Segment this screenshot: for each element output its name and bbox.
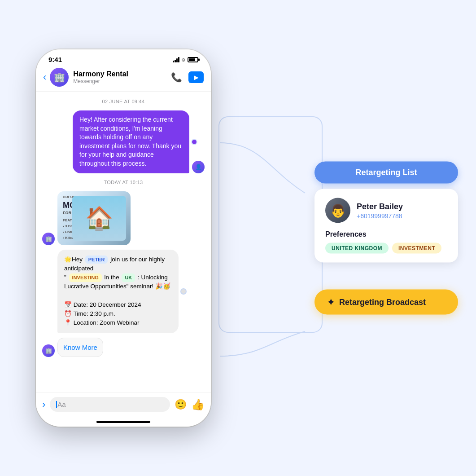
peter-tag: PETER <box>85 256 108 264</box>
phone-frame: 9:41 ⌾ ‹ 🏢 Harmony Rental Messenger <box>36 49 211 427</box>
seminar-location: 📍 Location: Zoom Webinar <box>64 319 140 326</box>
know-more-button[interactable]: Know More <box>57 338 103 357</box>
right-panel: Retargeting List 👨 Peter Bailey +6019999… <box>314 162 458 315</box>
seminar-message-row: 🌟Hey PETER join us for our highly antici… <box>42 250 205 333</box>
retargeting-list-label: Retargeting List <box>314 162 458 184</box>
user-phone: +601999997788 <box>357 212 403 219</box>
preference-tags: UNITED KINGDOM INVESTMENT <box>325 243 447 254</box>
seminar-in: in the <box>105 274 121 281</box>
uk-tag: UK <box>122 273 135 282</box>
date-divider-1: 02 JUNE AT 09:44 <box>42 99 205 104</box>
input-placeholder: Aa <box>57 401 66 408</box>
sender-avatar-icon: 👤 <box>195 164 202 170</box>
bot-avatar-know: 🏢 <box>42 344 55 357</box>
bot-icon-2: 🏢 <box>45 348 52 354</box>
seminar-line1: 🌟Hey <box>64 256 84 263</box>
status-icons: ⌾ <box>173 56 198 63</box>
contact-name: Harmony Rental <box>73 70 171 78</box>
date-divider-2: TODAY AT 10:13 <box>42 180 205 185</box>
property-card: BUFORD & CO. MODERN HOME FOR SALE FEATUR… <box>57 191 131 245</box>
sent-message-row: Hey! After considering the current marke… <box>42 110 205 173</box>
message-input[interactable]: Aa <box>50 397 170 412</box>
emoji-button[interactable]: 🙂 <box>175 399 187 410</box>
back-button[interactable]: ‹ <box>43 71 46 83</box>
chat-header: ‹ 🏢 Harmony Rental Messenger 📞 ▶ <box>36 63 211 92</box>
pref-tag-uk: UNITED KINGDOM <box>325 243 389 254</box>
video-icon: ▶ <box>194 74 199 81</box>
header-actions: 📞 ▶ <box>171 71 204 83</box>
seminar-time: ⏰ Time: 2:30 p.m. <box>64 310 115 317</box>
property-card-row: 🏢 BUFORD & CO. MODERN HOME FOR SALE FEAT… <box>42 191 205 245</box>
input-bar: › Aa 🙂 👍 <box>36 392 211 421</box>
status-bar: 9:41 ⌾ <box>36 49 211 63</box>
phone-call-button[interactable]: 📞 <box>171 72 182 83</box>
expand-button[interactable]: › <box>42 399 45 410</box>
user-info: Peter Bailey +601999997788 <box>357 202 403 219</box>
preferences-label: Preferences <box>325 230 447 238</box>
wifi-icon: ⌾ <box>182 56 185 63</box>
house-visual: 🏠 <box>72 196 126 241</box>
user-card-header: 👨 Peter Bailey +601999997788 <box>325 198 447 223</box>
pref-tag-investment: INVESTMENT <box>392 243 441 254</box>
property-image: BUFORD & CO. MODERN HOME FOR SALE FEATUR… <box>57 191 131 245</box>
investing-tag: INVESTING <box>69 273 102 282</box>
home-indicator <box>96 421 150 423</box>
avatar-icon: 🏢 <box>54 72 65 83</box>
sender-avatar-small: 👤 <box>192 161 205 173</box>
seminar-bubble: 🌟Hey PETER join us for our highly antici… <box>57 250 179 333</box>
status-time: 9:41 <box>48 56 62 63</box>
header-info: Harmony Rental Messenger <box>73 70 171 84</box>
broadcast-connector <box>180 288 187 295</box>
sent-message-text: Hey! After considering the current marke… <box>79 116 181 167</box>
signal-icon <box>173 57 179 62</box>
sparkle-icon: ✦ <box>327 297 335 308</box>
sent-bubble: Hey! After considering the current marke… <box>73 110 189 173</box>
seminar-date: 📅 Date: 20 December 2024 <box>64 301 141 308</box>
like-button[interactable]: 👍 <box>191 398 205 411</box>
user-avatar: 👨 <box>325 198 350 223</box>
battery-icon <box>188 57 198 62</box>
contact-avatar: 🏢 <box>50 68 69 87</box>
user-avatar-icon: 👨 <box>330 203 346 218</box>
know-more-row: 🏢 Know More <box>42 338 205 357</box>
broadcast-label: Retargeting Broadcast <box>339 297 426 307</box>
bot-avatar-icon: 🏢 <box>45 236 52 242</box>
contact-platform: Messenger <box>73 78 171 84</box>
text-cursor <box>56 401 57 408</box>
bot-avatar-small: 🏢 <box>42 233 55 245</box>
retargeting-broadcast-button[interactable]: ✦ Retargeting Broadcast <box>314 290 458 315</box>
bubble-connector <box>191 139 197 145</box>
user-name: Peter Bailey <box>357 202 403 211</box>
user-card: 👨 Peter Bailey +601999997788 Preferences… <box>314 189 458 263</box>
chat-area[interactable]: 02 JUNE AT 09:44 Hey! After considering … <box>36 92 211 392</box>
svg-rect-0 <box>219 117 322 332</box>
video-call-button[interactable]: ▶ <box>188 71 204 83</box>
